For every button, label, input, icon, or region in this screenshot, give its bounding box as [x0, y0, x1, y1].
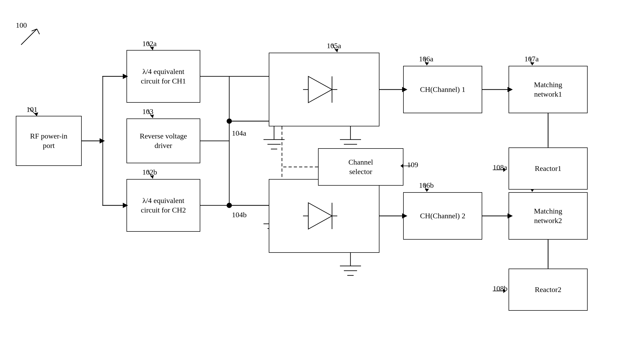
- reactor2-label: Reactor2: [535, 285, 561, 294]
- circuit-diagram: 100 RF power-inport 101 λ/4 equivalentci…: [0, 0, 644, 356]
- lambda-ch2-block: λ/4 equivalentcircuit for CH2: [126, 179, 200, 232]
- svg-marker-64: [308, 203, 332, 229]
- ch2-block: CH(Channel) 2: [403, 192, 482, 240]
- channel-selector-block: Channelselector: [318, 148, 403, 186]
- channel-selector-label: Channelselector: [348, 157, 373, 177]
- ch1-label: CH(Channel) 1: [420, 85, 465, 94]
- svg-marker-71: [401, 164, 403, 168]
- ref-107a-arrow: [522, 56, 601, 96]
- svg-marker-83: [503, 289, 506, 293]
- svg-marker-73: [425, 62, 429, 65]
- ref-103-arrow: [142, 109, 158, 119]
- ref-101-arrow: [26, 107, 47, 117]
- diode-top-block: [269, 53, 379, 126]
- ref-106b-arrow: [416, 182, 432, 222]
- ref-102b-arrow: [142, 169, 158, 180]
- lambda-ch1-block: λ/4 equivalentcircuit for CH1: [126, 50, 200, 103]
- ref-106a-arrow: [416, 56, 432, 67]
- svg-line-47: [21, 29, 37, 45]
- lambda-ch1-label: λ/4 equivalentcircuit for CH1: [141, 67, 186, 86]
- matching2-block: Matchingnetwork2: [509, 192, 588, 240]
- reactor1-block: Reactor1: [509, 147, 588, 190]
- svg-marker-95: [100, 138, 105, 144]
- ch1-block: CH(Channel) 1: [403, 66, 482, 113]
- ref-100-arrow: [16, 26, 47, 47]
- lambda-ch2-label: λ/4 equivalentcircuit for CH2: [141, 196, 186, 215]
- rf-port-label: RF power-inport: [30, 131, 67, 151]
- ref-105a-arrow: [324, 43, 343, 53]
- svg-marker-75: [425, 189, 429, 192]
- rf-port-block: RF power-inport: [16, 116, 82, 166]
- diode-top-symbol: [303, 74, 345, 105]
- ref-104b: 104b: [232, 211, 247, 219]
- ref-102a-arrow: [142, 41, 158, 51]
- svg-point-44: [227, 203, 232, 208]
- reactor1-label: Reactor1: [535, 164, 561, 173]
- ref-104a: 104a: [232, 129, 246, 137]
- svg-line-48: [37, 29, 40, 34]
- diode-bottom-block: [269, 179, 379, 253]
- reactor2-block: Reactor2: [509, 269, 588, 311]
- svg-marker-77: [530, 62, 534, 65]
- ref-109-arrow: [398, 161, 414, 171]
- reverse-voltage-block: Reverse voltagedriver: [126, 118, 200, 163]
- svg-point-43: [227, 118, 232, 124]
- svg-marker-81: [503, 168, 506, 172]
- ref-108b-arrow: [490, 286, 509, 296]
- ref-108a-arrow: [490, 165, 509, 175]
- diode-bottom-symbol: [303, 200, 345, 232]
- reverse-voltage-label: Reverse voltagedriver: [140, 131, 187, 151]
- matching2-label: Matchingnetwork2: [534, 206, 562, 226]
- svg-marker-58: [308, 76, 332, 103]
